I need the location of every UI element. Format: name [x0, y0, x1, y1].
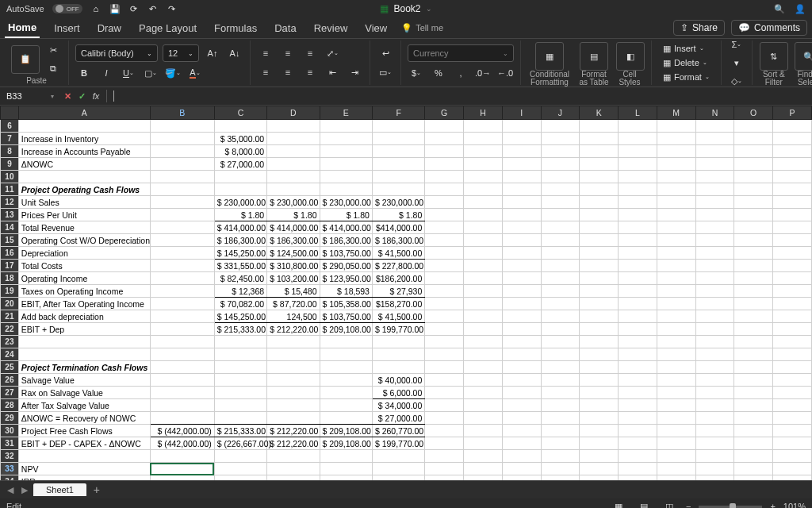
- cell-M13[interactable]: [657, 209, 695, 221]
- align-middle-icon[interactable]: ≡: [279, 45, 297, 61]
- cell-M22[interactable]: [657, 323, 695, 336]
- cell-N11[interactable]: [695, 183, 734, 196]
- tab-view[interactable]: View: [362, 19, 390, 37]
- row-header-30[interactable]: 30: [1, 425, 19, 437]
- cell-B28[interactable]: [150, 399, 214, 412]
- zoom-out-button[interactable]: −: [686, 502, 691, 508]
- col-header-D[interactable]: D: [267, 106, 320, 120]
- cell-O31[interactable]: [734, 437, 773, 450]
- cell-J28[interactable]: [541, 399, 580, 412]
- cell-D13[interactable]: $ 1.80: [267, 209, 320, 221]
- cell-J22[interactable]: [541, 323, 580, 336]
- cell-J29[interactable]: [541, 412, 580, 425]
- cell-B33[interactable]: [150, 463, 214, 475]
- cell-B16[interactable]: [150, 247, 214, 260]
- cell-F18[interactable]: $186,200.00: [372, 272, 424, 285]
- cell-E23[interactable]: [320, 336, 372, 348]
- cell-D17[interactable]: $ 310,800.00: [267, 260, 320, 272]
- cell-C6[interactable]: [214, 120, 266, 133]
- cell-L12[interactable]: [619, 196, 657, 209]
- cell-P30[interactable]: [773, 425, 812, 437]
- cell-L14[interactable]: [619, 221, 657, 234]
- cell-I25[interactable]: [502, 361, 541, 374]
- row-header-28[interactable]: 28: [1, 399, 19, 412]
- cell-I15[interactable]: [502, 234, 541, 247]
- cell-I20[interactable]: [502, 298, 541, 310]
- cell-E34[interactable]: [320, 475, 372, 481]
- cell-F20[interactable]: $158,270.00: [372, 298, 424, 310]
- cell-K21[interactable]: [580, 310, 619, 323]
- save-icon[interactable]: 💾: [109, 3, 121, 14]
- cell-E16[interactable]: $ 103,750.00: [320, 247, 372, 260]
- cell-E9[interactable]: [320, 158, 372, 171]
- cell-M20[interactable]: [657, 298, 695, 310]
- cell-I19[interactable]: [502, 285, 541, 298]
- cell-N26[interactable]: [695, 374, 734, 387]
- cell-J26[interactable]: [541, 374, 580, 387]
- cell-styles-button[interactable]: ◧: [616, 42, 645, 71]
- cell-P7[interactable]: [773, 133, 812, 145]
- cell-F16[interactable]: $ 41,500.00: [372, 247, 424, 260]
- row-header-11[interactable]: 11: [1, 183, 19, 196]
- percent-icon[interactable]: %: [430, 65, 447, 81]
- cell-H13[interactable]: [464, 209, 503, 221]
- cell-G30[interactable]: [425, 425, 464, 437]
- cell-I14[interactable]: [502, 221, 541, 234]
- cell-B15[interactable]: [150, 234, 214, 247]
- cell-L32[interactable]: [619, 450, 657, 463]
- cell-F23[interactable]: [372, 336, 424, 348]
- cell-D19[interactable]: $ 15,480: [267, 285, 320, 298]
- cell-H15[interactable]: [464, 234, 503, 247]
- row-header-15[interactable]: 15: [1, 234, 19, 247]
- cell-F8[interactable]: [372, 145, 424, 158]
- cell-L29[interactable]: [619, 412, 657, 425]
- cell-G34[interactable]: [425, 475, 464, 481]
- cell-M25[interactable]: [657, 361, 695, 374]
- delete-cells-button[interactable]: ▦Delete⌄: [658, 57, 714, 69]
- cut-icon[interactable]: ✂: [44, 42, 62, 58]
- cell-K11[interactable]: [580, 183, 619, 196]
- tab-review[interactable]: Review: [311, 19, 351, 37]
- format-cells-button[interactable]: ▦Format⌄: [658, 71, 714, 83]
- cell-J10[interactable]: [541, 171, 580, 183]
- cell-C8[interactable]: $ 8,000.00: [214, 145, 266, 158]
- cell-L10[interactable]: [619, 171, 657, 183]
- row-header-22[interactable]: 22: [1, 323, 19, 336]
- cell-N12[interactable]: [695, 196, 734, 209]
- cell-D33[interactable]: [267, 463, 320, 475]
- row-header-12[interactable]: 12: [1, 196, 19, 209]
- cell-C24[interactable]: [214, 348, 266, 361]
- cell-B25[interactable]: [150, 361, 214, 374]
- cell-K14[interactable]: [580, 221, 619, 234]
- cell-K32[interactable]: [580, 450, 619, 463]
- tab-data[interactable]: Data: [271, 19, 299, 37]
- cell-F9[interactable]: [372, 158, 424, 171]
- cell-N8[interactable]: [695, 145, 734, 158]
- cell-D34[interactable]: [267, 475, 320, 481]
- cell-D18[interactable]: $ 103,200.00: [267, 272, 320, 285]
- cell-K16[interactable]: [580, 247, 619, 260]
- cell-E19[interactable]: $ 18,593: [320, 285, 372, 298]
- cell-L26[interactable]: [619, 374, 657, 387]
- cell-K6[interactable]: [580, 120, 619, 133]
- cell-H10[interactable]: [464, 171, 503, 183]
- share-button[interactable]: ⇪ Share: [673, 20, 725, 36]
- cell-C20[interactable]: $ 70,082.00: [214, 298, 266, 310]
- cell-P33[interactable]: [773, 463, 812, 475]
- cell-E11[interactable]: [320, 183, 372, 196]
- cell-H29[interactable]: [464, 412, 503, 425]
- decrease-font-icon[interactable]: A↓: [226, 45, 243, 61]
- cell-N25[interactable]: [695, 361, 734, 374]
- cell-I21[interactable]: [502, 310, 541, 323]
- cell-M11[interactable]: [657, 183, 695, 196]
- cell-P18[interactable]: [773, 272, 812, 285]
- cell-E25[interactable]: [320, 361, 372, 374]
- cell-P32[interactable]: [773, 450, 812, 463]
- cell-G31[interactable]: [425, 437, 464, 450]
- cell-L33[interactable]: [619, 463, 657, 475]
- cell-N27[interactable]: [695, 387, 734, 399]
- cell-G29[interactable]: [425, 412, 464, 425]
- cell-E20[interactable]: $ 105,358.00: [320, 298, 372, 310]
- col-header-J[interactable]: J: [541, 106, 580, 120]
- cell-I28[interactable]: [502, 399, 541, 412]
